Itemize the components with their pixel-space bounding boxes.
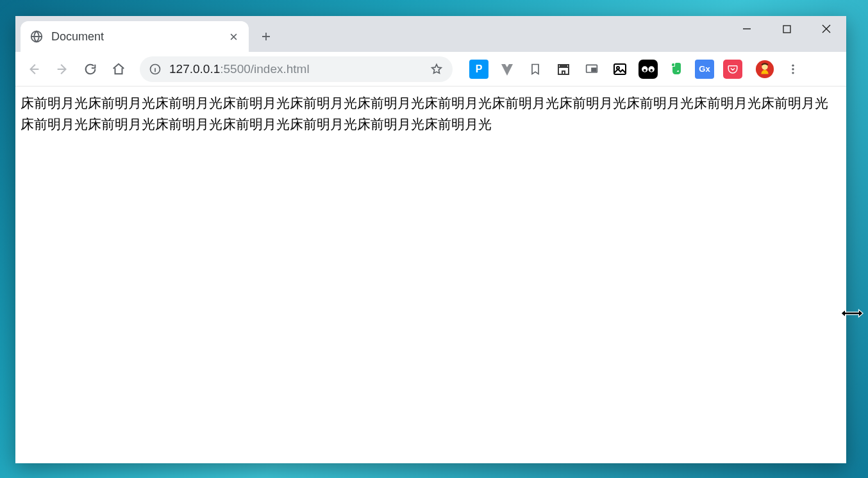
maximize-button[interactable] — [767, 16, 806, 42]
eyes-icon[interactable] — [638, 60, 658, 79]
svg-rect-5 — [614, 64, 626, 74]
browser-tab[interactable]: Document — [21, 21, 249, 52]
toolbar: 127.0.0.1:5500/index.html P — [15, 52, 846, 87]
translate-icon[interactable]: Gx — [695, 60, 714, 79]
castle-icon[interactable] — [554, 60, 573, 79]
page-viewport: 床前明月光床前明月光床前明月光床前明月光床前明月光床前明月光床前明月光床前明月光… — [15, 87, 846, 463]
page-body-text: 床前明月光床前明月光床前明月光床前明月光床前明月光床前明月光床前明月光床前明月光… — [21, 93, 841, 135]
svg-point-13 — [792, 64, 794, 66]
url-text: 127.0.0.1:5500/index.html — [169, 62, 422, 76]
tab-title: Document — [51, 30, 219, 44]
url-host: 127.0.0.1 — [169, 62, 220, 76]
resize-horizontal-cursor-icon — [840, 307, 864, 320]
site-info-icon[interactable] — [149, 63, 162, 76]
home-button[interactable] — [106, 57, 131, 81]
close-window-button[interactable] — [806, 16, 846, 42]
svg-point-10 — [650, 69, 653, 71]
url-path: :5500/index.html — [220, 62, 309, 76]
svg-point-15 — [792, 72, 794, 74]
reload-button[interactable] — [78, 57, 103, 81]
bookmark-ribbon-icon[interactable] — [526, 60, 545, 79]
svg-point-9 — [644, 69, 646, 71]
pocket-icon[interactable] — [723, 60, 742, 79]
svg-rect-1 — [783, 26, 790, 33]
address-bar[interactable]: 127.0.0.1:5500/index.html — [140, 56, 453, 82]
globe-icon — [29, 29, 44, 44]
forward-button[interactable] — [50, 57, 74, 81]
close-tab-button[interactable] — [227, 30, 240, 43]
browser-window: Document — [15, 16, 846, 463]
image-icon[interactable] — [610, 60, 630, 79]
extensions-row: P Gx — [469, 60, 742, 79]
bookmark-star-icon[interactable] — [430, 62, 444, 76]
profile-avatar[interactable] — [753, 57, 777, 81]
pixiv-icon[interactable]: P — [469, 60, 488, 79]
tab-strip: Document — [15, 16, 846, 52]
pip-icon[interactable] — [582, 60, 601, 79]
svg-rect-4 — [592, 68, 596, 71]
svg-point-14 — [792, 68, 794, 70]
window-controls — [727, 16, 846, 42]
minimize-button[interactable] — [727, 16, 767, 42]
back-button[interactable] — [22, 57, 46, 81]
vue-icon[interactable] — [497, 60, 517, 79]
menu-button[interactable] — [781, 57, 805, 81]
evernote-icon[interactable] — [667, 60, 686, 79]
new-tab-button[interactable] — [255, 26, 277, 47]
